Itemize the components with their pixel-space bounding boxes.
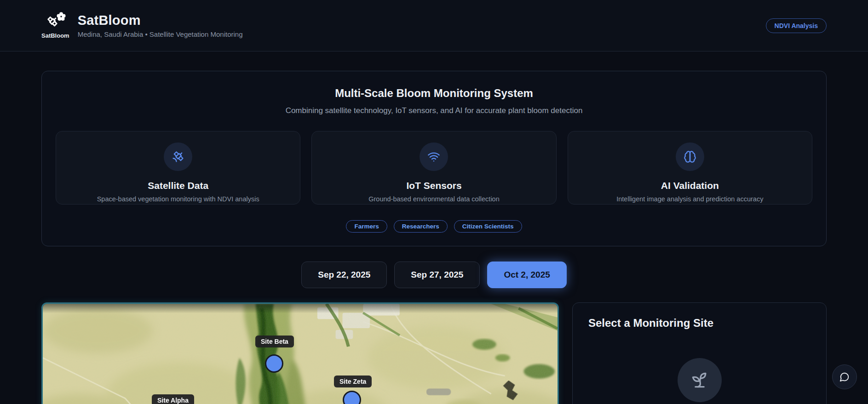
- date-selector: Sep 22, 2025 Sep 27, 2025 Oct 2, 2025: [0, 262, 868, 288]
- page-subtitle: Medina, Saudi Arabia • Satellite Vegetat…: [78, 30, 243, 38]
- page-title: SatBloom: [78, 13, 243, 28]
- date-button-sep-27[interactable]: Sep 27, 2025: [394, 262, 480, 288]
- wifi-icon: [420, 142, 448, 171]
- chat-bubble-icon: [839, 372, 850, 382]
- chat-fab-button[interactable]: [832, 364, 857, 389]
- hero-card: Multi-Scale Bloom Monitoring System Comb…: [41, 71, 827, 246]
- tag-farmers[interactable]: Farmers: [346, 220, 387, 233]
- date-button-sep-22[interactable]: Sep 22, 2025: [301, 262, 387, 288]
- satellite-flower-logo-icon: [45, 12, 66, 31]
- site-detail-panel: Select a Monitoring Site: [572, 302, 827, 404]
- feature-title: AI Validation: [661, 180, 719, 191]
- app-logo: SatBloom: [41, 12, 69, 39]
- date-button-oct-2-selected[interactable]: Oct 2, 2025: [487, 262, 566, 288]
- map-label-site-beta[interactable]: Site Beta: [255, 336, 294, 347]
- hero-subtitle: Combining satellite technology, IoT sens…: [56, 106, 812, 115]
- app-header: SatBloom SatBloom Medina, Saudi Arabia •…: [0, 0, 868, 51]
- site-panel-title: Select a Monitoring Site: [588, 317, 811, 330]
- feature-description: Intelligent image analysis and predictio…: [616, 195, 763, 203]
- logo-caption: SatBloom: [41, 32, 69, 39]
- satellite-icon: [164, 142, 192, 171]
- ndvi-analysis-badge[interactable]: NDVI Analysis: [766, 18, 827, 33]
- sprout-icon: [678, 358, 722, 402]
- feature-title: Satellite Data: [148, 180, 208, 191]
- feature-description: Space-based vegetation monitoring with N…: [97, 195, 259, 203]
- map-label-site-zeta[interactable]: Site Zeta: [334, 376, 372, 387]
- ndvi-map-image: [43, 304, 558, 404]
- tag-researchers[interactable]: Researchers: [394, 220, 448, 233]
- feature-title: IoT Sensors: [406, 180, 461, 191]
- brain-icon: [676, 142, 704, 171]
- tag-citizen-scientists[interactable]: Citizen Scientists: [454, 220, 522, 233]
- satellite-map[interactable]: Site Beta Site Zeta Site Alpha: [41, 302, 559, 404]
- feature-grid: Satellite Data Space-based vegetation mo…: [56, 131, 812, 205]
- audience-tags: Farmers Researchers Citizen Scientists: [56, 220, 812, 233]
- feature-description: Ground-based environmental data collecti…: [368, 195, 500, 203]
- feature-card-satellite-data: Satellite Data Space-based vegetation mo…: [56, 131, 300, 205]
- hero-title: Multi-Scale Bloom Monitoring System: [56, 87, 812, 100]
- map-marker-site-beta[interactable]: [265, 354, 283, 373]
- feature-card-iot-sensors: IoT Sensors Ground-based environmental d…: [311, 131, 556, 205]
- map-label-site-alpha[interactable]: Site Alpha: [152, 394, 194, 404]
- feature-card-ai-validation: AI Validation Intelligent image analysis…: [568, 131, 812, 205]
